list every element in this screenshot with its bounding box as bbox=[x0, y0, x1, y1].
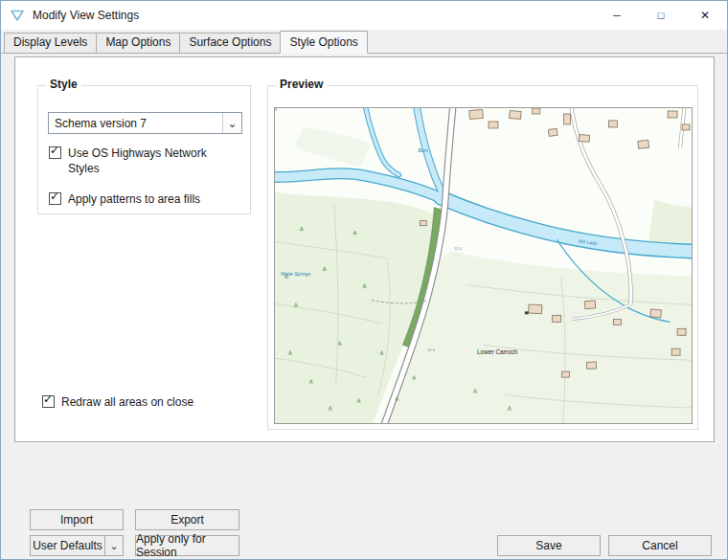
checkbox-box[interactable]: ✓ bbox=[49, 146, 61, 159]
tab-style-options[interactable]: Style Options bbox=[280, 31, 367, 54]
checkbox-label: Use OS Highways Network Styles bbox=[68, 146, 233, 176]
checkbox-box[interactable]: ✓ bbox=[49, 192, 61, 205]
check-icon: ✓ bbox=[50, 145, 59, 157]
import-button[interactable]: Import bbox=[30, 509, 124, 530]
style-options-panel: Style Schema version 7 ⌄ ✓ Use OS Highwa… bbox=[14, 56, 715, 442]
style-group: Style Schema version 7 ⌄ ✓ Use OS Highwa… bbox=[37, 85, 251, 214]
window-title: Modify View Settings bbox=[33, 9, 139, 22]
save-button[interactable]: Save bbox=[497, 535, 601, 556]
map-label-burn: Burn bbox=[418, 147, 428, 153]
apply-patterns-checkbox[interactable]: ✓ Apply patterns to area fills bbox=[49, 191, 200, 207]
tab-map-options[interactable]: Map Options bbox=[96, 33, 180, 53]
preview-group-title: Preview bbox=[276, 78, 327, 91]
style-group-title: Style bbox=[46, 78, 81, 91]
redraw-areas-checkbox[interactable]: ✓ Redraw all areas on close bbox=[42, 394, 193, 410]
app-icon bbox=[10, 8, 25, 23]
schema-version-select[interactable]: Schema version 7 ⌄ bbox=[48, 112, 242, 134]
modify-view-settings-dialog: Modify View Settings ─ □ ✕ Display Level… bbox=[0, 0, 728, 560]
apply-session-button[interactable]: Apply only for Session bbox=[135, 535, 239, 556]
cancel-button[interactable]: Cancel bbox=[608, 535, 712, 556]
user-defaults-split-button[interactable]: User Defaults ⌄ bbox=[30, 535, 124, 556]
chevron-down-icon[interactable]: ⌄ bbox=[104, 536, 123, 555]
tab-strip: Display Levels Map Options Surface Optio… bbox=[1, 31, 727, 54]
export-button[interactable]: Export bbox=[135, 509, 239, 530]
close-button[interactable]: ✕ bbox=[683, 1, 727, 30]
use-os-highways-checkbox[interactable]: ✓ Use OS Highways Network Styles bbox=[49, 146, 233, 176]
window-controls: ─ □ ✕ bbox=[595, 1, 727, 30]
preview-group: Preview bbox=[267, 85, 698, 430]
titlebar: Modify View Settings ─ □ ✕ bbox=[1, 1, 727, 30]
tab-surface-options[interactable]: Surface Options bbox=[179, 33, 281, 53]
checkbox-label: Redraw all areas on close bbox=[61, 394, 193, 410]
map-label-farm: Lower Carroch bbox=[477, 348, 518, 355]
checkbox-label: Apply patterns to area fills bbox=[68, 191, 200, 207]
check-icon: ✓ bbox=[43, 393, 53, 406]
map-preview-svg: Lower Carroch Water Springs Mill Lade Bu… bbox=[275, 108, 692, 423]
schema-version-value: Schema version 7 bbox=[49, 117, 222, 130]
check-icon: ✓ bbox=[50, 190, 59, 203]
minimize-button[interactable]: ─ bbox=[595, 1, 639, 30]
maximize-button[interactable]: □ bbox=[639, 1, 683, 30]
user-defaults-button[interactable]: User Defaults bbox=[31, 536, 104, 555]
map-spot-height: 49.6 bbox=[427, 347, 436, 352]
map-spot-height: 52.4 bbox=[454, 246, 463, 251]
chevron-down-icon[interactable]: ⌄ bbox=[222, 113, 241, 133]
checkbox-box[interactable]: ✓ bbox=[42, 395, 55, 408]
tab-display-levels[interactable]: Display Levels bbox=[4, 33, 97, 53]
map-preview: Lower Carroch Water Springs Mill Lade Bu… bbox=[274, 107, 693, 424]
map-label-spring: Water Springs bbox=[281, 271, 311, 277]
